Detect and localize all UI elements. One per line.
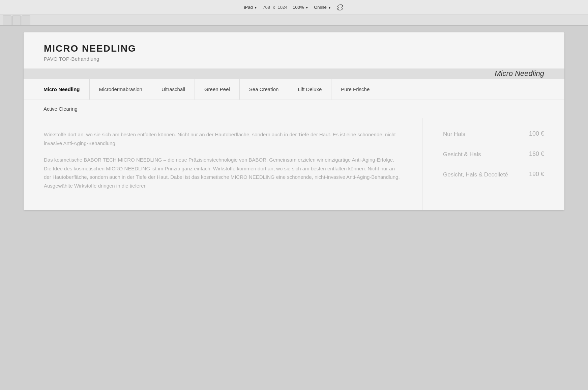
tab-bar (0, 15, 588, 26)
browser-tab-2[interactable] (12, 16, 21, 25)
viewport-width: 768 (263, 5, 270, 10)
online-dropdown-icon: ▼ (328, 6, 331, 9)
nav-tab-active-clearing[interactable]: Active Clearing (34, 100, 87, 118)
viewport-height: 1024 (277, 5, 287, 10)
dimensions-separator: x (273, 5, 275, 10)
zoom-label: 100% (293, 5, 304, 10)
device-selector[interactable]: iPad ▼ (244, 5, 258, 10)
online-label: Online (314, 5, 327, 10)
page-subtitle: PAVO TOP-Behandlung (44, 56, 544, 62)
browser-chrome: iPad ▼ 768 x 1024 100% ▼ Online ▼ (0, 0, 588, 15)
nav-tab-green-peel[interactable]: Green Peel (195, 79, 240, 100)
price-value: 100 € (529, 130, 544, 137)
price-value: 160 € (529, 150, 544, 158)
device-label: iPad (244, 5, 253, 10)
content-card: MICRO NEEDLING PAVO TOP-Behandlung Micro… (24, 32, 564, 210)
device-dropdown-icon: ▼ (254, 6, 257, 9)
nav-tab-ultraschall[interactable]: Ultraschall (152, 79, 195, 100)
price-item: Nur Hals100 € (443, 130, 544, 138)
nav-tab-microdermabrasion[interactable]: Microdermabrasion (90, 79, 152, 100)
content-left: Wirkstoffe dort an, wo sie sich am beste… (24, 118, 423, 210)
price-item: Gesicht & Hals160 € (443, 150, 544, 159)
nav-tab-lift-deluxe[interactable]: Lift Deluxe (288, 79, 331, 100)
browser-tab-3[interactable] (22, 16, 30, 25)
online-selector[interactable]: Online ▼ (314, 5, 331, 10)
content-text-1: Wirkstoffe dort an, wo sie sich am beste… (44, 130, 402, 147)
content-section: Wirkstoffe dort an, wo sie sich am beste… (24, 118, 564, 210)
card-header: MICRO NEEDLING PAVO TOP-Behandlung (24, 32, 564, 68)
main-area: MICRO NEEDLING PAVO TOP-Behandlung Micro… (0, 26, 588, 390)
zoom-selector[interactable]: 100% ▼ (293, 5, 308, 10)
content-right: Nur Hals100 €Gesicht & Hals160 €Gesicht,… (423, 118, 564, 210)
content-text-2: Das kosmetische BABOR TECH MICRO NEEDLIN… (44, 156, 402, 190)
nav-tab-pure-frische[interactable]: Pure Frische (331, 79, 379, 100)
nav-tab-sea-creation[interactable]: Sea Creation (240, 79, 289, 100)
price-label: Nur Hals (443, 130, 465, 138)
rotate-icon[interactable] (336, 4, 344, 11)
nav-tab-micro-needling[interactable]: Micro Needling (34, 79, 90, 100)
price-label: Gesicht & Hals (443, 150, 481, 159)
zoom-dropdown-icon: ▼ (305, 6, 308, 9)
price-item: Gesicht, Hals & Decolleté190 € (443, 171, 544, 179)
page-title: MICRO NEEDLING (44, 43, 544, 54)
overlay-title: Micro Needling (495, 69, 544, 78)
overlay-bar: Micro Needling (24, 68, 564, 79)
price-value: 190 € (529, 171, 544, 178)
nav-tabs-row2: Active Clearing (24, 100, 564, 118)
dimensions-display: 768 x 1024 (263, 5, 287, 10)
nav-tabs-row1: Micro NeedlingMicrodermabrasionUltrascha… (24, 79, 564, 100)
browser-tab[interactable] (3, 16, 11, 25)
price-label: Gesicht, Hals & Decolleté (443, 171, 508, 179)
